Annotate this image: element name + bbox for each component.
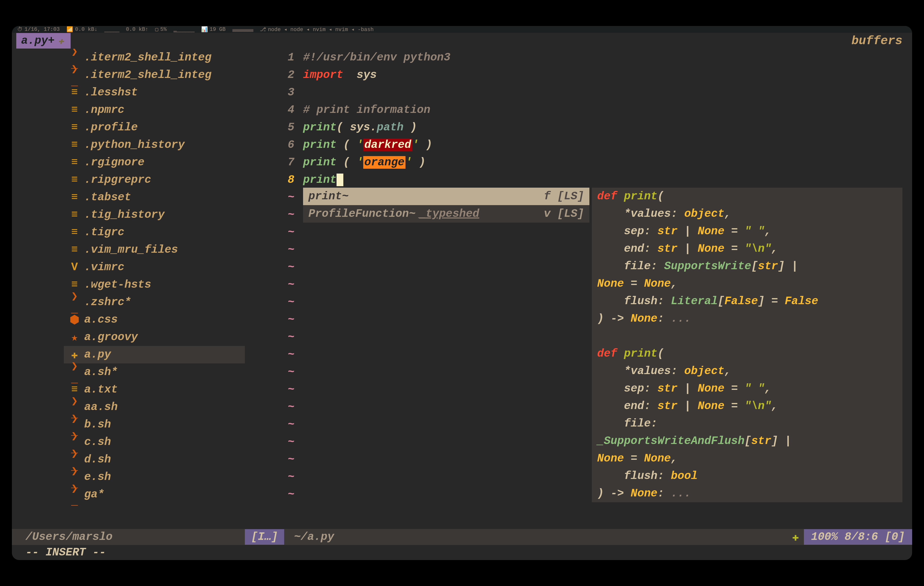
line-number: 5 (245, 119, 303, 136)
empty-line-marker: ~ (245, 433, 303, 451)
doc-line: *values: object, (597, 363, 897, 380)
file-icon: ≡ (69, 174, 80, 186)
completion-popup[interactable]: print~f [LS]ProfileFunction~_typeshedv [… (303, 188, 589, 223)
file-tree-label: aa.sh (84, 401, 118, 414)
code-line[interactable]: # print information (303, 101, 912, 119)
file-tree-label: .iterm2_shell_integ (84, 51, 211, 64)
cpu-segment: ▢ 5% (155, 26, 167, 33)
doc-line: ) -> None: ... (597, 310, 897, 328)
file-tree-item[interactable]: ❯_e.sh (64, 468, 245, 486)
css-icon: ⬢ (69, 313, 80, 327)
empty-line-marker: ~ (245, 293, 303, 311)
line-number: 8 (245, 171, 303, 189)
file-tree-label: .zshrc* (84, 296, 131, 308)
tab-label: a.py+ (21, 35, 54, 47)
file-tree-label: .vim_mru_files (84, 243, 178, 256)
file-tree-item[interactable]: ❯_d.sh (64, 451, 245, 468)
code-line[interactable]: print ( 'orange' ) (303, 154, 912, 171)
star-icon: ★ (69, 330, 80, 344)
file-tree-item[interactable]: ❯_ga* (64, 486, 245, 503)
buffers-label: buffers (851, 34, 912, 48)
file-tree-item[interactable]: ≡.lesshst (64, 84, 245, 101)
file-tree-item[interactable]: ≡.wget-hsts (64, 276, 245, 293)
doc-line (597, 328, 897, 345)
file-icon: ≡ (69, 86, 80, 99)
file-tree-item[interactable]: ❯_.iterm2_shell_integ (64, 49, 245, 66)
file-tree[interactable]: ❯_.iterm2_shell_integ❯_.iterm2_shell_int… (12, 49, 245, 529)
file-tree-label: b.sh (84, 418, 111, 431)
tmux-statusbar: ⏱ 1/16, 17:03 📶 0.0 kB↓ ▁▁▁▁▁ 0.0 kB↑ ▢ … (12, 26, 912, 33)
file-tree-item[interactable]: ≡a.txt (64, 381, 245, 398)
file-tree-item[interactable]: ⬢a.css (64, 311, 245, 328)
empty-line-marker: ~ (245, 416, 303, 433)
file-tree-item[interactable]: ★a.groovy (64, 328, 245, 346)
file-tree-item[interactable]: ✚a.py (64, 346, 245, 363)
git-clean-icon: ✚ (792, 530, 799, 544)
code-line[interactable]: import sys (303, 66, 912, 84)
file-tree-item[interactable]: ≡.ripgreprc (64, 171, 245, 189)
doc-line: end: str | None = "\n", (597, 240, 897, 258)
term-icon: ❯_ (69, 359, 80, 386)
empty-line-marker: ~ (245, 241, 303, 258)
doc-line: def print( (597, 345, 897, 363)
file-tree-item[interactable]: ≡.tig_history (64, 206, 245, 223)
status-position: 100% 8/8:6 [0] (804, 529, 912, 545)
file-tree-label: .iterm2_shell_integ (84, 69, 211, 81)
file-tree-item[interactable]: ≡.profile (64, 119, 245, 136)
code-line[interactable] (303, 84, 912, 101)
file-tree-item[interactable]: ❯_c.sh (64, 433, 245, 451)
file-icon: ≡ (69, 209, 80, 221)
file-tree-label: c.sh (84, 436, 111, 449)
doc-line: ) -> None: ... (597, 485, 897, 502)
file-tree-label: .tigrc (84, 226, 124, 238)
completion-item[interactable]: ProfileFunction~_typeshedv [LS] (303, 205, 589, 223)
file-tree-label: a.py (84, 348, 111, 361)
file-tree-item[interactable]: ❯_a.sh* (64, 363, 245, 381)
code-line[interactable]: print (303, 171, 912, 189)
code-line[interactable]: print ( 'darkred' ) (303, 136, 912, 154)
status-cwd: /Users/marslo (12, 531, 245, 543)
file-tree-item[interactable]: ≡.rgignore (64, 154, 245, 171)
line-number: 3 (245, 84, 303, 101)
code-line[interactable]: print( sys.path ) (303, 119, 912, 136)
term-icon: ❯_ (69, 482, 80, 508)
doc-line: file: SupportsWrite[str] | (597, 258, 897, 275)
file-tree-item[interactable]: V.vimrc (64, 258, 245, 276)
code-line[interactable]: #!/usr/bin/env python3 (303, 49, 912, 66)
gutter: 12345678~~~~~~~~~~~~~~~~~~ (245, 49, 303, 529)
doc-line: _SupportsWriteAndFlush[str] | (597, 432, 897, 450)
file-tree-item[interactable]: ≡.vim_mru_files (64, 241, 245, 258)
file-tree-label: .wget-hsts (84, 278, 151, 291)
file-tree-item[interactable]: ≡.tigrc (64, 223, 245, 241)
status-mode: [I…] (245, 529, 284, 545)
line-number: 1 (245, 49, 303, 66)
file-tree-label: a.txt (84, 383, 118, 396)
clock-segment: ⏱ 1/16, 17:03 (17, 26, 60, 33)
completion-item[interactable]: print~f [LS] (303, 188, 589, 205)
file-tree-item[interactable]: ❯_b.sh (64, 416, 245, 433)
editor-pane[interactable]: 12345678~~~~~~~~~~~~~~~~~~ #!/usr/bin/en… (245, 49, 912, 529)
file-tree-label: .python_history (84, 139, 185, 151)
tab-active[interactable]: a.py+ ✚ (16, 33, 71, 48)
file-tree-label: .profile (84, 121, 138, 134)
term-icon: ❯_ (69, 289, 80, 316)
net-down: 📶 0.0 kB↓ (66, 26, 97, 33)
file-tree-label: .vimrc (84, 261, 124, 273)
file-tree-label: a.groovy (84, 331, 138, 343)
doc-line: flush: bool (597, 467, 897, 485)
empty-line-marker: ~ (245, 276, 303, 293)
file-tree-item[interactable]: ❯_.zshrc* (64, 293, 245, 311)
line-number: 2 (245, 66, 303, 84)
empty-line-marker: ~ (245, 189, 303, 206)
file-tree-item[interactable]: ❯_.iterm2_shell_integ (64, 66, 245, 84)
file-icon: ≡ (69, 226, 80, 238)
file-tree-label: a.css (84, 313, 118, 326)
file-icon: ≡ (69, 104, 80, 116)
empty-line-marker: ~ (245, 311, 303, 328)
file-tree-item[interactable]: ≡.tabset (64, 189, 245, 206)
file-tree-item[interactable]: ≡.python_history (64, 136, 245, 154)
empty-line-marker: ~ (245, 468, 303, 486)
file-tree-item[interactable]: ≡.npmrc (64, 101, 245, 119)
file-tree-item[interactable]: ❯_aa.sh (64, 398, 245, 416)
doc-line: None = None, (597, 275, 897, 293)
